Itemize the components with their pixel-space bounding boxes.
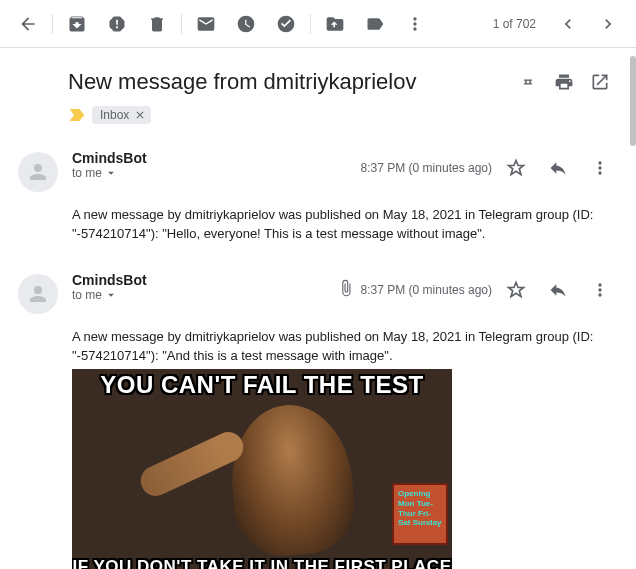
newer-button[interactable] [548, 4, 588, 44]
recipient-text: to me [72, 288, 102, 302]
print-button[interactable] [546, 64, 582, 100]
remove-label-button[interactable] [133, 108, 147, 122]
sender-name: CmindsBot [72, 150, 347, 166]
move-to-button[interactable] [315, 4, 355, 44]
mark-unread-button[interactable] [186, 4, 226, 44]
delete-button[interactable] [137, 4, 177, 44]
subject-text: New message from dmitriykaprielov [68, 69, 510, 95]
meme-sign-text: Opening Mon Tue-Thur Fri-Sat Sunday [392, 483, 448, 545]
report-spam-button[interactable] [97, 4, 137, 44]
collapse-all-button[interactable] [510, 64, 546, 100]
labels-button[interactable] [355, 4, 395, 44]
chevron-down-icon [104, 166, 118, 180]
star-button[interactable] [498, 150, 534, 186]
separator [52, 14, 53, 34]
important-marker-icon[interactable] [68, 108, 86, 122]
star-button[interactable] [498, 272, 534, 308]
more-button[interactable] [395, 4, 435, 44]
separator [310, 14, 311, 34]
message-block: CmindsBot to me 8:37 PM (0 minutes ago) … [0, 138, 636, 260]
avatar [18, 274, 58, 314]
add-to-tasks-button[interactable] [266, 4, 306, 44]
archive-button[interactable] [57, 4, 97, 44]
label-row: Inbox [0, 100, 636, 138]
message-time: 8:37 PM (0 minutes ago) [361, 283, 492, 297]
chevron-down-icon [104, 288, 118, 302]
attachment-icon [337, 279, 355, 300]
message-time: 8:37 PM (0 minutes ago) [361, 161, 492, 175]
page-indicator: 1 of 702 [481, 17, 548, 31]
recipient-dropdown[interactable]: to me [72, 166, 347, 180]
meme-top-text: YOU CAN'T FAIL THE TEST [72, 371, 452, 399]
snooze-button[interactable] [226, 4, 266, 44]
attached-image[interactable]: Opening Mon Tue-Thur Fri-Sat Sunday YOU … [72, 369, 452, 569]
sender-name: CmindsBot [72, 272, 323, 288]
meme-bottom-text: IF YOU DON'T TAKE IT IN THE FIRST PLACE [72, 557, 452, 569]
recipient-text: to me [72, 166, 102, 180]
older-button[interactable] [588, 4, 628, 44]
reply-button[interactable] [540, 272, 576, 308]
message-more-button[interactable] [582, 272, 618, 308]
message-more-button[interactable] [582, 150, 618, 186]
toolbar: 1 of 702 [0, 0, 636, 48]
recipient-dropdown[interactable]: to me [72, 288, 323, 302]
reply-button[interactable] [540, 150, 576, 186]
subject-row: New message from dmitriykaprielov [0, 48, 636, 100]
message-body: A new message by dmitriykaprielov was pu… [72, 328, 618, 366]
inbox-label-chip[interactable]: Inbox [92, 106, 151, 124]
back-button[interactable] [8, 4, 48, 44]
message-body: A new message by dmitriykaprielov was pu… [72, 206, 618, 244]
scrollbar-thumb[interactable] [630, 56, 636, 146]
message-block: CmindsBot to me 8:37 PM (0 minutes ago) … [0, 260, 636, 569]
open-new-window-button[interactable] [582, 64, 618, 100]
separator [181, 14, 182, 34]
inbox-label-text: Inbox [100, 108, 129, 122]
avatar [18, 152, 58, 192]
